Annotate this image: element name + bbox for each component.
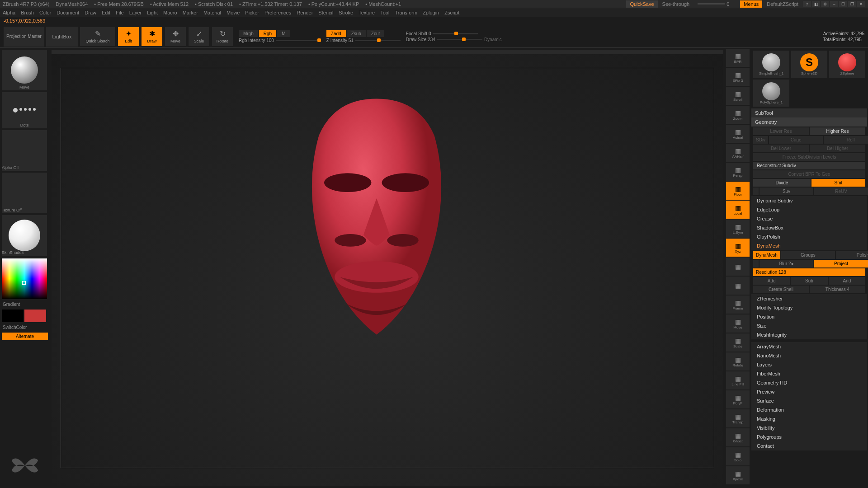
menu-texture[interactable]: Texture	[359, 10, 375, 15]
edgeloop-header[interactable]: EdgeLoop	[751, 205, 867, 214]
menu-tool[interactable]: Tool	[380, 10, 389, 15]
color-icon[interactable]: ◧	[812, 1, 820, 7]
projection-master-button[interactable]: Projection Master	[4, 27, 44, 47]
sub-button[interactable]: Sub	[791, 277, 827, 285]
claypolish-header[interactable]: ClayPolish	[751, 232, 867, 241]
del-lower-button[interactable]: Del Lower	[753, 145, 809, 152]
menu-color[interactable]: Color	[39, 10, 51, 15]
viewport-tool-line-fill[interactable]: ▦Line Fill	[726, 371, 750, 389]
texture-selector[interactable]: Texture Off	[2, 173, 47, 213]
sculpted-head-mesh[interactable]	[268, 94, 485, 356]
tool-thumb-sphere3d[interactable]: SSphere3D	[791, 51, 827, 78]
stroke-selector[interactable]: Dots	[2, 92, 47, 128]
viewport-tool-rotate[interactable]: ▦Rotate	[726, 352, 750, 371]
viewport-tool-ghost[interactable]: ▦Ghost	[726, 428, 750, 446]
viewport-tool-bpr[interactable]: ▦BPR	[726, 49, 750, 67]
tool-thumb-polysphere[interactable]: PolySphere_1	[753, 80, 789, 107]
blur-slider[interactable]: Blur 2●	[760, 260, 813, 267]
viewport-tool-blank[interactable]: ▦	[726, 258, 750, 276]
rgb-button[interactable]: Rgb	[259, 30, 276, 37]
menu-draw[interactable]: Draw	[85, 10, 96, 15]
surface-header[interactable]: Surface	[751, 396, 867, 405]
modify-topology-header[interactable]: Modify Topology	[751, 303, 867, 312]
viewport-tool-floor[interactable]: ▦Floor	[726, 182, 750, 200]
polish-button[interactable]: Polish	[836, 251, 868, 259]
lightbox-button[interactable]: LightBox	[46, 27, 78, 47]
divide-button[interactable]: Divide	[753, 179, 811, 187]
subtool-header[interactable]: SubTool	[751, 108, 867, 117]
shadowbox-header[interactable]: ShadowBox	[751, 223, 867, 232]
color-picker[interactable]	[2, 258, 47, 299]
zsub-button[interactable]: Zsub	[347, 30, 366, 37]
alternate-button[interactable]: Alternate	[2, 333, 48, 340]
default-zscript[interactable]: DefaultZScript	[764, 0, 801, 8]
viewport-tool-polyf[interactable]: ▦PolyF	[726, 390, 750, 408]
primary-color-swatch[interactable]	[24, 310, 46, 322]
mrgb-button[interactable]: Mrgb	[239, 30, 258, 37]
position-header[interactable]: Position	[751, 312, 867, 321]
menu-render[interactable]: Render	[297, 10, 313, 15]
size-header[interactable]: Size	[751, 321, 867, 330]
draw-size-label[interactable]: Draw Size 234	[406, 37, 435, 42]
menu-zplugin[interactable]: Zplugin	[423, 10, 439, 15]
help-icon[interactable]: ?	[803, 1, 811, 7]
maximize-icon[interactable]: ☐	[839, 1, 847, 7]
viewport-tool-transp[interactable]: ▦Transp	[726, 409, 750, 427]
viewport-tool-xyz[interactable]: ▦Xyz	[726, 239, 750, 257]
tool-thumb-simplebrush[interactable]: SimpleBrush_1	[753, 51, 789, 78]
viewport[interactable]	[52, 50, 723, 486]
menu-brush[interactable]: Brush	[21, 10, 34, 15]
menu-movie[interactable]: Movie	[226, 10, 240, 15]
menu-layer[interactable]: Layer	[129, 10, 142, 15]
menu-macro[interactable]: Macro	[163, 10, 177, 15]
scale-button[interactable]: ⤢Scale	[188, 27, 210, 47]
viewport-tool-local[interactable]: ▦Local	[726, 201, 750, 219]
resolution-slider[interactable]: Resolution 128	[753, 268, 865, 276]
thickness-slider[interactable]: Thickness 4	[810, 286, 865, 293]
menu-file[interactable]: File	[116, 10, 124, 15]
lower-res-button[interactable]: Lower Res	[753, 127, 809, 135]
menu-preferences[interactable]: Preferences	[264, 10, 291, 15]
project-button[interactable]: Project	[814, 260, 868, 267]
z-intensity-slider[interactable]	[355, 40, 401, 41]
brush-selector[interactable]: Move	[2, 50, 47, 90]
m-button[interactable]: M	[277, 30, 290, 37]
gradient-button[interactable]: Gradient	[2, 301, 48, 308]
preview-header[interactable]: Preview	[751, 387, 867, 396]
fibermesh-header[interactable]: FiberMesh	[751, 369, 867, 378]
freeze-subdiv-button[interactable]: Freeze SubDivision Levels	[753, 153, 865, 161]
zcut-button[interactable]: Zcut	[367, 30, 384, 37]
viewport-tool-scale[interactable]: ▦Scale	[726, 333, 750, 352]
dynamesh-header[interactable]: DynaMesh	[751, 241, 867, 250]
rgb-intensity-slider[interactable]	[276, 40, 321, 41]
create-shell-button[interactable]: Create Shell	[753, 286, 809, 293]
menu-alpha[interactable]: Alpha	[3, 10, 15, 15]
alpha-selector[interactable]: Alpha Off	[2, 130, 47, 171]
viewport-tool-frame[interactable]: ▦Frame	[726, 296, 750, 314]
viewport-tool-persp[interactable]: ▦Persp	[726, 163, 750, 181]
menu-material[interactable]: Material	[203, 10, 221, 15]
secondary-color-swatch[interactable]	[2, 310, 24, 322]
tool-thumb-zsphere[interactable]: ZSphere	[829, 51, 865, 78]
zadd-button[interactable]: Zadd	[326, 30, 346, 37]
menu-light[interactable]: Light	[147, 10, 158, 15]
switch-color-button[interactable]: SwitchColor	[2, 324, 48, 331]
menus-button[interactable]: Menus	[740, 0, 762, 8]
viewport-tool-solo[interactable]: ▦Solo	[726, 447, 750, 465]
viewport-tool-blank[interactable]: ▦	[726, 277, 750, 295]
settings-icon[interactable]: ⚙	[821, 1, 829, 7]
rotate-button[interactable]: ↻Rotate	[212, 27, 233, 47]
menu-stencil[interactable]: Stencil	[318, 10, 333, 15]
quicksave-button[interactable]: QuickSave	[626, 0, 657, 8]
del-higher-button[interactable]: Del Higher	[810, 145, 865, 152]
zremesher-header[interactable]: ZRemesher	[751, 294, 867, 303]
menu-marker[interactable]: Marker	[183, 10, 198, 15]
menu-zscript[interactable]: Zscript	[444, 10, 459, 15]
nanomesh-header[interactable]: NanoMesh	[751, 351, 867, 360]
contact-header[interactable]: Contact	[751, 441, 867, 450]
higher-res-button[interactable]: Higher Res	[810, 127, 865, 135]
focal-shift-slider[interactable]	[433, 33, 478, 34]
reconstruct-subdiv-button[interactable]: Reconstruct Subdiv	[753, 162, 865, 169]
groups-button[interactable]: Groups	[781, 251, 835, 259]
menu-document[interactable]: Document	[57, 10, 79, 15]
